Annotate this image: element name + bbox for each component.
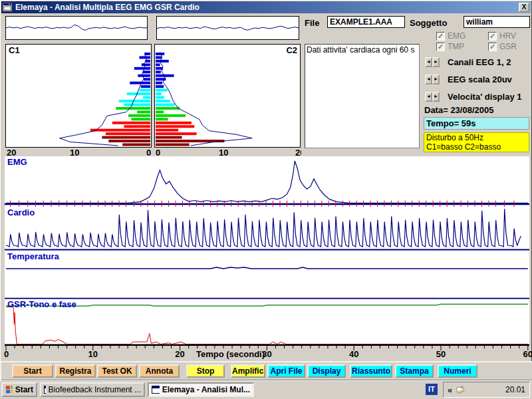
language-indicator[interactable]: IT xyxy=(426,384,438,395)
tray-device-icon[interactable] xyxy=(456,385,466,394)
task-label: Elemaya - Analisi Mul... xyxy=(162,385,250,394)
c2-label: C2 xyxy=(286,45,297,55)
c1-label: C1 xyxy=(9,45,20,55)
cardiac-data-text: Dati attivita' cardiaca ogni 60 s xyxy=(307,45,414,55)
date-label: Data= 23/08/2005 xyxy=(424,105,493,115)
action-button-stampa[interactable]: Stampa xyxy=(395,364,434,378)
taskbar: Start IT « 20.01 Biofeedback Instrument … xyxy=(0,380,532,399)
window-title: Elemaya - Analisi Multipla EEG EMG GSR C… xyxy=(15,3,519,12)
channel-checkbox-grid: ✓EMG✓HRV✓TMP✓GSR xyxy=(436,31,532,52)
action-button-annota[interactable]: Annota xyxy=(139,364,180,378)
eeg-mini-chart-2 xyxy=(156,16,299,40)
windows-logo-icon xyxy=(5,385,13,395)
checkbox-box[interactable]: ✓ xyxy=(436,43,445,51)
start-button[interactable]: Start xyxy=(1,382,37,397)
cardio-section-label: Cardio xyxy=(7,207,35,217)
spinner-label: EEG scala 20uv xyxy=(448,74,512,84)
soggetto-input[interactable] xyxy=(464,16,530,28)
disturbo-line-1: Disturbo a 50Hz xyxy=(426,133,527,142)
start-label: Start xyxy=(15,385,33,394)
x-axis-tick-label: 40 xyxy=(345,349,362,359)
eeg-mini-chart-1 xyxy=(5,16,148,40)
c1-spectrum-panel: C1 xyxy=(5,44,152,148)
close-icon[interactable]: X xyxy=(519,3,529,12)
task-label: Biofeedback Instrument ... xyxy=(49,385,141,394)
spinner-label: Velocita' display 1 xyxy=(448,92,521,102)
x-axis-tick-label: 30 xyxy=(258,349,275,359)
file-label: File xyxy=(305,18,319,28)
file-input[interactable] xyxy=(327,16,405,28)
checkbox-label: HRV xyxy=(499,31,516,41)
checkbox-tmp[interactable]: ✓TMP xyxy=(436,41,488,52)
checkbox-box[interactable]: ✓ xyxy=(488,32,497,41)
spin-right-button[interactable]: ► xyxy=(432,92,440,102)
spinner-label: Canali EEG 1, 2 xyxy=(448,57,511,67)
window-icon xyxy=(152,386,160,394)
tray-chevron-icon[interactable]: « xyxy=(448,385,452,395)
checkbox-emg[interactable]: ✓EMG xyxy=(436,31,488,41)
app-window: Elemaya - Analisi Multipla EEG EMG GSR C… xyxy=(0,0,532,380)
x-axis: Tempo (secondi) 0102030405060 xyxy=(5,346,530,360)
checkbox-box[interactable]: ✓ xyxy=(436,32,445,41)
action-button-numeri[interactable]: Numeri xyxy=(438,364,477,378)
disturbo-alert: Disturbo a 50Hz C1=basso C2=basso xyxy=(424,132,529,152)
x-axis-tick-label: 0 xyxy=(4,349,21,359)
x-axis-title: Tempo (secondi) xyxy=(196,349,265,359)
physio-chart: EMG Cardio Temperatura GSR-Tono e fase xyxy=(5,156,529,346)
cardiac-data-textbox[interactable]: Dati attivita' cardiaca ogni 60 s xyxy=(305,44,420,148)
x-axis-tick-label: 50 xyxy=(432,349,450,359)
checkbox-box[interactable]: ✓ xyxy=(488,43,497,51)
spinner-row-1: ◄►EEG scala 20uv xyxy=(425,74,512,84)
soggetto-label: Soggetto xyxy=(410,18,447,28)
checkbox-label: EMG xyxy=(448,31,466,41)
clock: 20.01 xyxy=(505,385,525,394)
c1-axis-labels: 20100 xyxy=(5,148,152,157)
taskbar-task-1[interactable]: Elemaya - Analisi Mul... xyxy=(148,382,254,397)
x-axis-tick-label: 60 xyxy=(519,349,532,359)
spectrum-tick-label: 20 xyxy=(295,148,301,157)
emg-section-label: EMG xyxy=(7,157,27,167)
spectrum-tick-label: 10 xyxy=(219,148,228,157)
action-button-start[interactable]: Start xyxy=(12,364,53,378)
desktop: Elemaya - Analisi Multipla EEG EMG GSR C… xyxy=(0,0,532,399)
window-icon xyxy=(44,386,46,394)
action-button-riassunto[interactable]: Riassunto xyxy=(350,364,392,378)
tempo-status: Tempo= 59s xyxy=(424,117,529,130)
c2-axis-labels: 01020 xyxy=(154,148,301,157)
app-icon xyxy=(3,3,13,12)
action-button-test-ok[interactable]: Test OK xyxy=(97,364,137,378)
spin-left-button[interactable]: ◄ xyxy=(425,92,432,102)
checkbox-gsr[interactable]: ✓GSR xyxy=(488,41,532,52)
action-button-apri-file[interactable]: Apri File xyxy=(267,364,305,378)
checkbox-label: TMP xyxy=(448,42,464,51)
action-button-display[interactable]: Display xyxy=(307,364,346,378)
checkbox-label: GSR xyxy=(499,42,517,51)
spin-left-button[interactable]: ◄ xyxy=(425,57,432,67)
spinner-row-0: ◄►Canali EEG 1, 2 xyxy=(425,57,511,67)
spinner-row-2: ◄►Velocita' display 1 xyxy=(425,91,521,102)
checkbox-hrv[interactable]: ✓HRV xyxy=(488,31,532,41)
action-button-bar: 7552 StartRegistraTest OKAnnotaStopAmpli… xyxy=(0,361,532,380)
temperatura-section-label: Temperatura xyxy=(7,251,59,261)
gsr-section-label: GSR-Tono e fase xyxy=(7,299,76,309)
taskbar-task-0[interactable]: Biofeedback Instrument ... xyxy=(40,382,145,397)
action-button-amplific-[interactable]: Amplific. xyxy=(231,364,265,378)
x-axis-tick-label: 10 xyxy=(84,349,102,359)
action-button-stop[interactable]: Stop xyxy=(186,364,225,378)
spectrum-tick-label: 0 xyxy=(156,148,160,157)
title-bar[interactable]: Elemaya - Analisi Multipla EEG EMG GSR C… xyxy=(1,1,531,13)
spin-left-button[interactable]: ◄ xyxy=(425,74,432,84)
spin-right-button[interactable]: ► xyxy=(432,57,440,67)
x-axis-tick-label: 20 xyxy=(172,349,189,359)
system-tray: « 20.01 xyxy=(443,382,530,398)
c2-spectrum-panel: C2 xyxy=(154,44,301,148)
action-button-registra[interactable]: Registra xyxy=(55,364,96,378)
disturbo-line-2: C1=basso C2=basso xyxy=(426,142,527,152)
spin-right-button[interactable]: ► xyxy=(432,74,440,84)
